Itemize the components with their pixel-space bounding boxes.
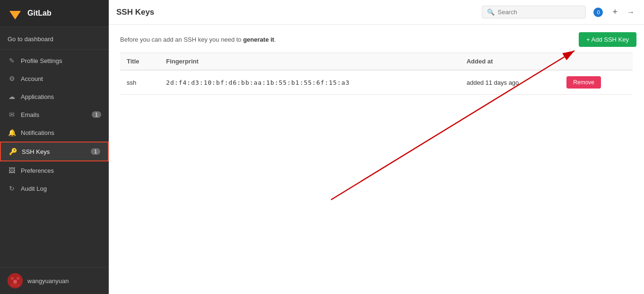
logo-text: GitLab [27, 9, 52, 18]
person-icon: ✎ [8, 56, 16, 65]
key-icon: 🔑 [9, 147, 17, 156]
sign-out-button[interactable]: → [625, 6, 636, 18]
remove-ssh-key-button[interactable]: Remove [566, 76, 601, 89]
sidebar-item-profile-settings[interactable]: ✎ Profile Settings [0, 52, 109, 70]
ssh-keys-table: Title Fingerprint Added at ssh 2d:f4:d3:… [120, 53, 633, 95]
svg-point-6 [11, 277, 14, 280]
topbar: SSH Keys 🔍 0 + → [109, 0, 644, 25]
content-area: Before you can add an SSH key you need t… [109, 25, 644, 294]
col-title: Title [120, 53, 159, 71]
search-box[interactable]: 🔍 [482, 6, 586, 18]
col-added-at: Added at [460, 53, 560, 71]
sidebar-item-ssh-keys[interactable]: 🔑 SSH Keys 1 [0, 142, 109, 161]
sidebar-item-applications[interactable]: ☁ Applications [0, 88, 109, 106]
new-item-button[interactable]: + [610, 5, 619, 19]
ssh-key-added-at: added 11 days ago [460, 70, 560, 95]
svg-marker-4 [9, 11, 21, 19]
table-header-row: Title Fingerprint Added at [120, 53, 633, 71]
generate-link[interactable]: generate it [243, 36, 274, 43]
emails-badge: 1 [92, 111, 101, 118]
col-actions [560, 53, 633, 71]
search-input[interactable] [497, 9, 581, 16]
svg-rect-9 [10, 284, 20, 286]
main-area: SSH Keys 🔍 0 + → Before you can add an S… [109, 0, 644, 294]
cloud-icon: ☁ [8, 92, 16, 101]
gitlab-logo-icon [8, 6, 23, 21]
ssh-key-fingerprint: 2d:f4:d3:10:bf:d6:bb:aa:1b:55:b1:55:6f:1… [159, 70, 460, 95]
sidebar-item-notifications[interactable]: 🔔 Notifications [0, 124, 109, 142]
ssh-key-actions: Remove [560, 70, 633, 95]
svg-point-8 [13, 280, 17, 284]
avatar [8, 273, 23, 288]
gear-icon: ⚙ [8, 74, 16, 83]
go-to-dashboard-link[interactable]: Go to dashboard [0, 31, 109, 47]
notifications-button[interactable]: 0 [592, 6, 605, 19]
todo-count: 0 [593, 8, 603, 17]
image-icon: 🖼 [8, 166, 16, 175]
svg-point-7 [17, 277, 19, 280]
sidebar-item-audit-log[interactable]: ↻ Audit Log [0, 179, 109, 197]
ssh-keys-badge: 1 [91, 148, 100, 155]
page-title: SSH Keys [116, 8, 154, 17]
sidebar-item-emails[interactable]: ✉ Emails 1 [0, 106, 109, 124]
plus-icon: + [612, 7, 618, 17]
topbar-right: 🔍 0 + → [482, 5, 636, 19]
table-row: ssh 2d:f4:d3:10:bf:d6:bb:aa:1b:55:b1:55:… [120, 70, 633, 95]
sidebar-logo: GitLab [0, 0, 109, 27]
user-name: wangyuanyuan [27, 277, 69, 285]
col-fingerprint: Fingerprint [159, 53, 460, 71]
sidebar-item-preferences[interactable]: 🖼 Preferences [0, 161, 109, 179]
user-avatar-image [8, 273, 23, 288]
search-icon: 🔍 [487, 9, 495, 16]
add-ssh-key-button[interactable]: + Add SSH Key [579, 32, 636, 47]
bell-icon: 🔔 [8, 128, 16, 137]
sidebar: GitLab Go to dashboard ✎ Profile Setting… [0, 0, 109, 294]
history-icon: ↻ [8, 184, 16, 193]
sidebar-item-account[interactable]: ⚙ Account [0, 70, 109, 88]
sidebar-nav: Go to dashboard ✎ Profile Settings ⚙ Acc… [0, 27, 109, 267]
signout-icon: → [627, 8, 635, 17]
info-bar: Before you can add an SSH key you need t… [120, 36, 633, 43]
ssh-key-title: ssh [120, 70, 159, 95]
sidebar-user[interactable]: wangyuanyuan [0, 267, 109, 294]
sidebar-divider [0, 49, 109, 50]
envelope-icon: ✉ [8, 110, 16, 119]
